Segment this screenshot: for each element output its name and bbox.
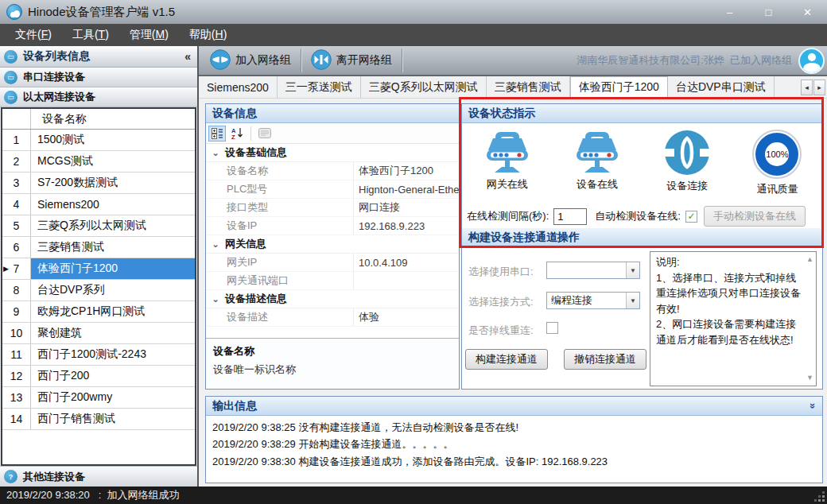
leave-network-label: 离开网络组 <box>336 53 392 68</box>
leave-network-button[interactable]: 离开网络组 <box>303 48 400 73</box>
manual-check-button[interactable]: 手动检测设备在线 <box>704 206 806 227</box>
property-row[interactable]: PLC型号Hignton-General-Ether <box>206 180 459 199</box>
property-row[interactable]: 网关通讯端口 <box>206 272 459 290</box>
channel-panel-title: 构建设备连接通道操作 <box>468 231 580 245</box>
property-name: 网关通讯端口 <box>206 272 354 289</box>
property-value: 体验西门子1200 <box>354 162 459 180</box>
tab-item[interactable]: 体验西门子1200 <box>570 76 668 98</box>
interval-input[interactable]: 1 <box>553 208 587 225</box>
device-row-number: 5 <box>2 215 31 236</box>
property-row[interactable]: 设备IP192.168.9.223 <box>206 217 459 235</box>
note-box: ▲ ▼ 说明:1、选择串口、连接方式和掉线重连操作选项只对串口连接设备有效!2、… <box>650 251 817 386</box>
leave-network-icon <box>311 49 332 72</box>
device-row[interactable]: 11500测试 <box>2 130 195 151</box>
main-area: 加入网络组 离开网络组 湖南华辰智通科技有限公司:张烨 已加入网络组 Sieme… <box>199 46 827 487</box>
connect-mode-combobox[interactable]: 编程连接 ▼ <box>546 292 640 309</box>
device-connect-icon <box>664 130 710 176</box>
device-row[interactable]: 9欧姆龙CP1H网口测试 <box>2 301 195 323</box>
tab-item[interactable]: 三一泵送测试 <box>278 76 361 98</box>
property-row[interactable]: 设备名称体验西门子1200 <box>206 162 459 180</box>
device-row[interactable]: 13西门子200wmy <box>2 387 195 409</box>
indicator-label: 设备在线 <box>577 177 618 192</box>
device-row-name: 台达DVP系列 <box>31 280 195 300</box>
output-line: 2019/2/20 9:38:25 没有构建连接通道，无法自动检测设备是否在线! <box>212 419 816 436</box>
menu-item[interactable]: 文件(F) <box>5 28 62 42</box>
serial-port-combobox[interactable]: ▼ <box>546 262 640 279</box>
property-row[interactable]: 设备描述体验 <box>206 308 459 327</box>
sort-alphabetical-icon[interactable]: A Z <box>228 126 246 142</box>
property-description-box: 设备名称 设备唯一标识名称 <box>206 338 459 389</box>
device-row[interactable]: 6三菱销售测试 <box>2 237 195 258</box>
tab-row: Siemens200三一泵送测试三菱Q系列以太网测试三菱销售测试体验西门子120… <box>199 76 827 99</box>
tab-strip: Siemens200三一泵送测试三菱Q系列以太网测试三菱销售测试体验西门子120… <box>199 76 801 98</box>
device-row[interactable]: 12西门子200 <box>2 366 195 387</box>
auto-check-checkbox[interactable] <box>685 211 697 223</box>
tab-item[interactable]: 三菱销售测试 <box>487 76 570 98</box>
indicator-label: 设备连接 <box>666 179 708 193</box>
join-network-button[interactable]: 加入网络组 <box>202 48 299 73</box>
tab-item[interactable]: Siemens200 <box>199 76 278 98</box>
chevron-down-icon[interactable]: ▼ <box>626 293 639 308</box>
device-row[interactable]: ▶7体验西门子1200 <box>2 258 195 280</box>
device-row[interactable]: 14西门子销售测试 <box>2 409 195 430</box>
sidebar-collapse-icon[interactable]: « <box>184 50 191 63</box>
device-row-number: 8 <box>2 280 31 300</box>
sidebar-item-serial-devices[interactable]: ▭ 串口连接设备 <box>0 68 197 87</box>
menu-item[interactable]: 管理(M) <box>119 28 179 42</box>
property-row[interactable]: 接口类型网口连接 <box>206 199 459 217</box>
sidebar-item-other-devices[interactable]: ? 其他连接设备 <box>0 466 197 487</box>
collapse-output-icon[interactable]: » <box>807 403 819 409</box>
device-table-body: 11500测试2MCGS测试3S7-200数据测试4Siemens2005三菱Q… <box>2 130 195 430</box>
device-row-number: 9 <box>2 301 31 322</box>
close-button[interactable]: ✕ <box>788 0 827 24</box>
tab-scroll-left-icon[interactable]: ◂ <box>801 79 813 95</box>
tab-item[interactable]: 台达DVP串口测试 <box>668 76 775 98</box>
tab-scroll-right-icon[interactable]: ▸ <box>813 79 825 95</box>
scroll-up-icon[interactable]: ▲ <box>806 254 813 266</box>
device-table-number-header <box>2 109 31 129</box>
device-row-number: 12 <box>2 366 31 386</box>
device-info-panel: 设备信息 A Z <box>205 103 460 390</box>
device-row[interactable]: 2MCGS测试 <box>2 151 195 173</box>
revoke-channel-button[interactable]: 撤销连接通道 <box>564 349 646 370</box>
device-list-icon: ▭ <box>4 50 17 64</box>
build-channel-button[interactable]: 构建连接通道 <box>465 349 548 370</box>
menu-item[interactable]: 帮助(H) <box>179 28 237 42</box>
avatar[interactable] <box>798 48 825 74</box>
device-row[interactable]: 4Siemens200 <box>2 194 195 215</box>
output-title: 输出信息 <box>212 399 257 413</box>
content-area: 设备信息 A Z <box>199 99 827 487</box>
categorized-view-icon[interactable] <box>208 126 226 142</box>
device-row[interactable]: 11西门子1200测试-2243 <box>2 344 195 366</box>
indicator-label: 网关在线 <box>487 177 528 192</box>
scroll-down-icon[interactable]: ▼ <box>806 373 813 384</box>
device-row-name: 欧姆龙CP1H网口测试 <box>31 301 195 322</box>
maximize-button[interactable]: □ <box>749 0 788 24</box>
property-value: 网口连接 <box>354 199 459 216</box>
sidebar-item-ethernet-devices[interactable]: ▭ 以太网连接设备 <box>0 87 197 107</box>
property-value <box>354 272 459 289</box>
device-status-panel: 设备状态指示 网关在线设备在线设备连接100%通讯质量 在线检测间隔(秒): 1… <box>461 103 823 390</box>
device-row-name: 体验西门子1200 <box>31 258 195 279</box>
device-row[interactable]: 5三菱Q系列以太网测试 <box>2 215 195 237</box>
device-row-name: S7-200数据测试 <box>31 173 195 193</box>
join-network-icon <box>210 49 231 72</box>
reconnect-label: 是否掉线重连: <box>468 324 534 338</box>
resize-grip[interactable] <box>813 490 825 502</box>
menu-item[interactable]: 工具(T) <box>62 28 119 42</box>
device-row[interactable]: 10聚创建筑 <box>2 323 195 344</box>
property-category[interactable]: ⌄网关信息 <box>206 235 459 254</box>
property-row[interactable]: 网关IP10.0.4.109 <box>206 254 459 272</box>
property-category-label: 网关信息 <box>225 237 266 251</box>
status-indicators: 网关在线设备在线设备连接100%通讯质量 <box>462 123 822 204</box>
reconnect-checkbox[interactable] <box>546 322 558 334</box>
property-category[interactable]: ⌄设备基础信息 <box>206 144 459 162</box>
minimize-button[interactable]: – <box>710 0 749 24</box>
tab-item[interactable]: 三菱Q系列以太网测试 <box>361 76 487 98</box>
device-row[interactable]: 3S7-200数据测试 <box>2 173 195 194</box>
property-category[interactable]: ⌄设备描述信息 <box>206 290 459 308</box>
property-name: 网关IP <box>206 254 354 271</box>
device-row[interactable]: 8台达DVP系列 <box>2 280 195 301</box>
device-row-name: 西门子1200测试-2243 <box>31 344 195 365</box>
chevron-down-icon[interactable]: ▼ <box>626 262 639 278</box>
